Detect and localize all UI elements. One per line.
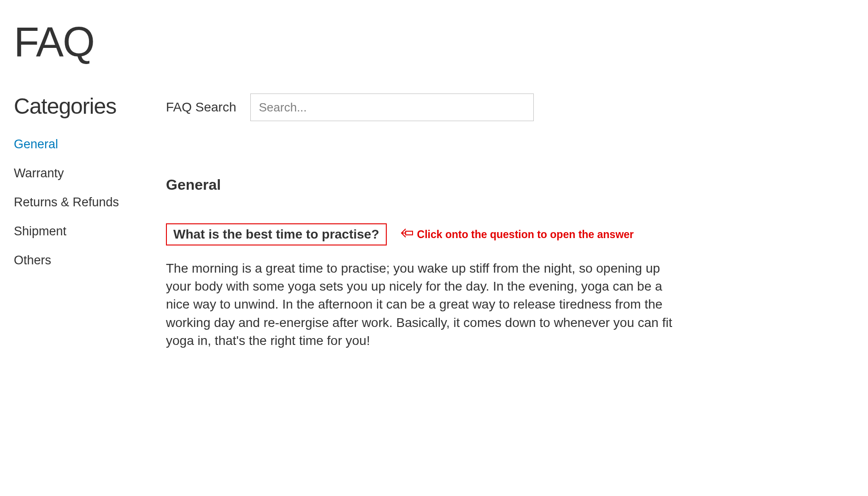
faq-answer: The morning is a great time to practise;…: [166, 259, 678, 350]
question-text: What is the best time to practise?: [173, 227, 379, 241]
main-content: FAQ Search General What is the best time…: [166, 93, 854, 350]
section-heading: General: [166, 176, 854, 193]
search-row: FAQ Search: [166, 93, 854, 121]
main-container: Categories General Warranty Returns & Re…: [14, 93, 854, 350]
category-list: General Warranty Returns & Refunds Shipm…: [14, 137, 143, 268]
category-item-others[interactable]: Others: [14, 253, 143, 268]
question-row: What is the best time to practise? Click…: [166, 223, 854, 245]
arrow-left-icon: [401, 228, 413, 241]
categories-heading: Categories: [14, 93, 143, 119]
categories-sidebar: Categories General Warranty Returns & Re…: [14, 93, 143, 350]
category-item-shipment[interactable]: Shipment: [14, 224, 143, 239]
category-item-warranty[interactable]: Warranty: [14, 166, 143, 181]
category-item-returns-refunds[interactable]: Returns & Refunds: [14, 195, 143, 210]
annotation-text: Click onto the question to open the answ…: [417, 228, 634, 241]
search-label: FAQ Search: [166, 100, 236, 115]
search-input[interactable]: [250, 93, 534, 121]
annotation: Click onto the question to open the answ…: [401, 228, 634, 241]
faq-question[interactable]: What is the best time to practise?: [166, 223, 387, 245]
category-item-general[interactable]: General: [14, 137, 143, 152]
page-title: FAQ: [14, 18, 854, 66]
